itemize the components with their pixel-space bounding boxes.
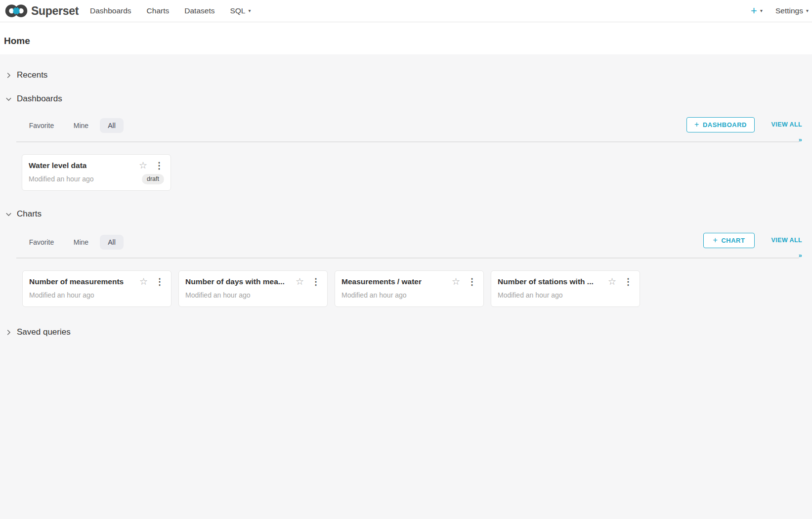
kebab-menu-icon[interactable]: ⋮ (468, 276, 476, 287)
section-title-recents: Recents (17, 70, 47, 80)
nav-sql-label: SQL (230, 6, 245, 15)
new-chart-button[interactable]: + CHART (703, 233, 755, 248)
kebab-menu-icon[interactable]: ⋮ (311, 276, 320, 287)
chevron-down-icon (5, 211, 12, 218)
card-modified-text: Modified an hour ago (29, 291, 94, 299)
plus-icon: + (713, 236, 718, 245)
new-item-menu-button[interactable]: + ▾ (751, 5, 763, 16)
chart-card[interactable]: Number of days with mea... ☆ ⋮ Modified … (178, 270, 328, 307)
superset-brand-name: Superset (31, 4, 79, 18)
nav-datasets[interactable]: Datasets (184, 6, 214, 15)
navbar-right: + ▾ Settings ▾ (751, 5, 810, 16)
caret-down-icon: ▾ (760, 8, 763, 13)
settings-menu-button[interactable]: Settings ▾ (775, 6, 809, 15)
section-toggle-charts[interactable]: Charts (5, 208, 42, 220)
dashboards-view-all-link[interactable]: VIEW ALL » (768, 117, 802, 132)
nav-sql-menu[interactable]: SQL ▾ (230, 6, 251, 15)
section-title-saved-queries: Saved queries (17, 327, 71, 337)
dashboards-tab-mine[interactable]: Mine (70, 118, 92, 133)
section-divider (16, 258, 799, 259)
card-modified-text: Modified an hour ago (185, 291, 251, 299)
dashboards-tab-favorite[interactable]: Favorite (29, 118, 54, 133)
new-chart-button-label: CHART (721, 237, 745, 244)
new-dashboard-button[interactable]: + DASHBOARD (686, 117, 755, 132)
favorite-star-icon[interactable]: ☆ (139, 276, 148, 287)
favorite-star-icon[interactable]: ☆ (608, 276, 616, 287)
home-content: Recents Dashboards Favorite Mine All + D… (0, 54, 812, 519)
superset-infinity-icon (5, 3, 28, 18)
section-divider (16, 141, 799, 142)
page-title: Home (4, 36, 30, 46)
settings-label: Settings (775, 6, 803, 15)
chart-card-title: Number of measurements (29, 277, 124, 286)
chart-card-title: Number of stations with ... (498, 277, 594, 286)
charts-tab-favorite[interactable]: Favorite (29, 235, 54, 250)
chart-card-title: Number of days with mea... (185, 277, 285, 286)
nav-dashboards[interactable]: Dashboards (90, 6, 131, 15)
section-title-dashboards: Dashboards (17, 94, 62, 104)
nav-charts[interactable]: Charts (147, 6, 170, 15)
caret-down-icon: ▾ (248, 8, 251, 13)
favorite-star-icon[interactable]: ☆ (452, 276, 460, 287)
main-nav: Dashboards Charts Datasets SQL ▾ (90, 6, 251, 15)
favorite-star-icon[interactable]: ☆ (296, 276, 304, 287)
card-modified-text: Modified an hour ago (342, 291, 407, 299)
caret-down-icon: ▾ (806, 8, 809, 13)
plus-icon: + (694, 120, 699, 129)
chart-card-title: Measurements / water (342, 277, 422, 286)
charts-view-all-link[interactable]: VIEW ALL » (768, 233, 802, 248)
section-toggle-saved-queries[interactable]: Saved queries (5, 326, 71, 338)
charts-tab-mine[interactable]: Mine (70, 235, 92, 250)
favorite-star-icon[interactable]: ☆ (139, 160, 147, 171)
section-toggle-recents[interactable]: Recents (5, 69, 47, 81)
draft-status-badge: draft (142, 174, 164, 184)
dashboards-tab-all[interactable]: All (100, 118, 124, 133)
charts-tab-all[interactable]: All (100, 235, 124, 250)
chart-card[interactable]: Number of stations with ... ☆ ⋮ Modified… (491, 270, 640, 307)
card-modified-text: Modified an hour ago (29, 175, 94, 183)
kebab-menu-icon[interactable]: ⋮ (155, 276, 164, 287)
title-band: Home (0, 22, 812, 54)
chart-card[interactable]: Number of measurements ☆ ⋮ Modified an h… (22, 270, 171, 307)
chevron-right-icon (5, 72, 12, 79)
top-navbar: Superset Dashboards Charts Datasets SQL … (0, 0, 812, 22)
superset-home-screen: Superset Dashboards Charts Datasets SQL … (0, 0, 812, 519)
kebab-menu-icon[interactable]: ⋮ (155, 160, 164, 171)
kebab-menu-icon[interactable]: ⋮ (624, 276, 633, 287)
card-modified-text: Modified an hour ago (498, 291, 563, 299)
dashboard-card[interactable]: Water level data ☆ ⋮ Modified an hour ag… (22, 154, 171, 191)
dashboard-card-title: Water level data (29, 161, 86, 170)
section-title-charts: Charts (17, 209, 42, 219)
superset-logo[interactable]: Superset (5, 3, 79, 18)
chart-card[interactable]: Measurements / water ☆ ⋮ Modified an hou… (335, 270, 484, 307)
new-dashboard-button-label: DASHBOARD (703, 121, 747, 129)
plus-icon: + (751, 5, 757, 16)
chevron-right-icon (5, 329, 12, 336)
section-toggle-dashboards[interactable]: Dashboards (5, 93, 62, 105)
chevron-down-icon (5, 95, 12, 103)
